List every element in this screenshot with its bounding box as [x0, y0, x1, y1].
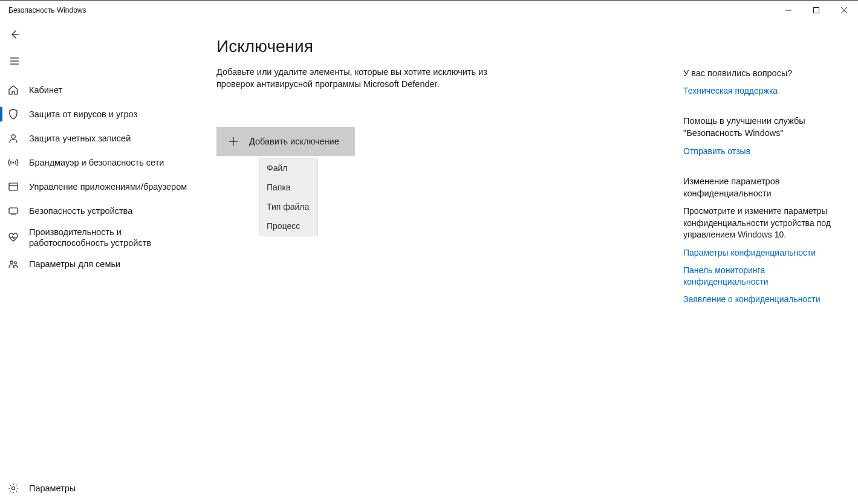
add-exclusion-button[interactable]: Добавить исключение [216, 127, 355, 156]
sidebar-item-virus-protection[interactable]: Защита от вирусов и угроз [0, 102, 193, 126]
sidebar-item-device-health[interactable]: Производительность и работоспособность у… [0, 223, 193, 252]
svg-point-9 [13, 162, 14, 163]
sidebar-item-firewall[interactable]: Брандмауэр и безопасность сети [0, 150, 193, 175]
right-panel: У вас появились вопросы? Техническая под… [676, 37, 833, 504]
svg-rect-10 [9, 183, 18, 190]
home-icon [7, 84, 19, 96]
sidebar-item-device-security[interactable]: Безопасность устройства [0, 199, 193, 223]
link-send-feedback[interactable]: Отправить отзыв [683, 146, 833, 157]
add-exclusion-dropdown: Файл Папка Тип файла Процесс [259, 158, 318, 236]
right-section-privacy: Изменение параметров конфиденциальности … [683, 175, 833, 305]
right-heading: У вас появились вопросы? [683, 67, 833, 79]
gear-icon [7, 482, 19, 494]
sidebar: Кабинет Защита от вирусов и угроз Защита… [0, 20, 193, 504]
titlebar: Безопасность Windows [0, 1, 858, 20]
dropdown-item-folder[interactable]: Папка [259, 178, 317, 197]
family-icon [7, 258, 19, 270]
dropdown-item-file[interactable]: Файл [259, 158, 317, 178]
svg-point-16 [12, 487, 15, 490]
sidebar-item-label: Защита учетных записей [29, 133, 131, 144]
right-heading: Изменение параметров конфиденциальности [683, 175, 833, 200]
link-privacy-statement[interactable]: Заявление о конфиденциальности [683, 294, 833, 305]
right-section-feedback: Помощь в улучшении службы "Безопасность … [683, 115, 833, 157]
right-section-questions: У вас появились вопросы? Техническая под… [683, 67, 833, 97]
sidebar-item-label: Параметры [29, 483, 76, 494]
sidebar-item-app-browser[interactable]: Управление приложениями/браузером [0, 175, 193, 199]
app-control-icon [7, 181, 19, 193]
maximize-button[interactable] [802, 1, 830, 20]
dropdown-item-process[interactable]: Процесс [259, 216, 317, 236]
sidebar-item-label: Кабинет [29, 85, 62, 95]
svg-rect-12 [9, 208, 18, 213]
svg-point-14 [10, 261, 13, 263]
sidebar-item-home[interactable]: Кабинет [0, 78, 193, 102]
window-title: Безопасность Windows [8, 6, 86, 15]
sidebar-item-label: Управление приложениями/браузером [29, 181, 187, 192]
device-icon [7, 205, 19, 217]
link-privacy-dashboard[interactable]: Панель мониторинга конфиденциальности [683, 265, 833, 288]
svg-point-8 [11, 135, 15, 138]
window-controls [775, 1, 858, 20]
right-heading: Помощь в улучшении службы "Безопасность … [683, 115, 833, 140]
plus-icon [229, 137, 238, 146]
hamburger-button[interactable] [2, 49, 27, 73]
person-icon [7, 132, 19, 144]
add-exclusion-label: Добавить исключение [249, 137, 339, 146]
heart-icon [7, 231, 19, 244]
main-content: Исключения Добавьте или удалите элементы… [216, 37, 676, 504]
right-description: Просмотрите и измените параметры конфиде… [683, 205, 833, 241]
sidebar-item-label: Производительность и работоспособность у… [29, 227, 193, 248]
page-description: Добавьте или удалите элементы, которые в… [216, 66, 501, 91]
sidebar-item-label: Параметры для семьи [29, 259, 120, 270]
sidebar-item-family[interactable]: Параметры для семьи [0, 252, 193, 276]
close-button[interactable] [830, 1, 858, 20]
sidebar-item-settings[interactable]: Параметры [0, 476, 193, 500]
link-privacy-settings[interactable]: Параметры конфиденциальности [683, 247, 833, 259]
minimize-button[interactable] [775, 1, 802, 20]
signal-icon [7, 157, 19, 169]
dropdown-item-filetype[interactable]: Тип файла [259, 197, 317, 216]
page-title: Исключения [216, 37, 676, 56]
back-button[interactable] [2, 22, 27, 47]
sidebar-item-label: Брандмауэр и безопасность сети [29, 157, 164, 168]
sidebar-item-label: Безопасность устройства [29, 205, 132, 216]
svg-point-15 [15, 262, 17, 264]
sidebar-item-account-protection[interactable]: Защита учетных записей [0, 126, 193, 150]
svg-rect-1 [814, 8, 819, 13]
shield-icon [7, 108, 19, 120]
sidebar-item-label: Защита от вирусов и угроз [29, 109, 137, 120]
link-tech-support[interactable]: Техническая поддержка [683, 85, 833, 97]
